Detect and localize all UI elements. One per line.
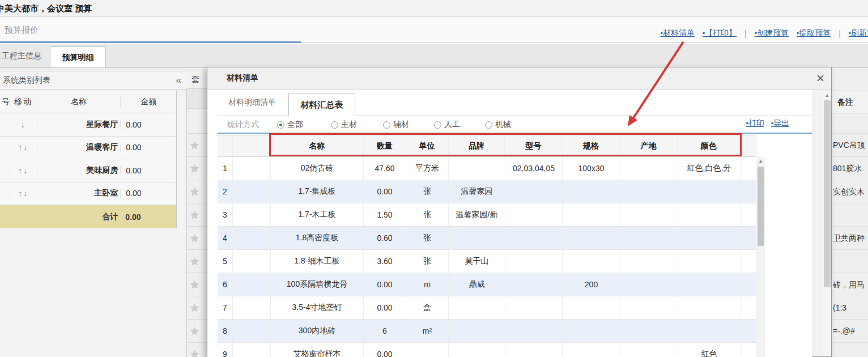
material-unit: 张 <box>406 227 449 249</box>
favorite-star-icon[interactable]: ★ <box>187 185 199 198</box>
material-unit: 张 <box>406 203 449 226</box>
material-model <box>505 273 563 296</box>
materials-table-header: 名称 数量 单位 品牌 型号 规格 产地 颜色 <box>218 135 756 157</box>
favorite-star-icon[interactable]: ★ <box>187 209 199 222</box>
row-blank-cell <box>233 203 271 226</box>
extract-budget-link[interactable]: •提取预算 <box>797 28 831 39</box>
material-row[interactable]: 5 1.8-细木工板 3.60 张 莫干山 <box>218 250 756 273</box>
material-name: 02仿古砖 <box>271 157 364 180</box>
close-icon[interactable]: × <box>816 70 824 87</box>
material-color <box>678 320 741 342</box>
tab-materials-detail[interactable]: 材料明细清单 <box>218 97 287 108</box>
category-row[interactable]: ↑↓ 温暖客厅 0.00 <box>0 137 176 160</box>
material-qty: 3.60 <box>364 250 406 273</box>
table-scrollbar[interactable]: ▲ <box>756 157 765 357</box>
radio-aux-material[interactable]: 辅材 <box>383 120 409 130</box>
material-qty: 0.00 <box>364 180 406 203</box>
print-link[interactable]: •【打印】 <box>703 28 737 39</box>
col-move: 移动 <box>10 97 37 107</box>
material-qty: 0.60 <box>364 227 406 249</box>
row-index: 8 <box>218 320 233 342</box>
modal-accent-line <box>218 133 812 134</box>
row-index: 7 <box>218 296 233 319</box>
scroll-up-icon[interactable]: ▲ <box>756 158 765 164</box>
modal-print-link[interactable]: •打印 <box>746 118 764 129</box>
system-category-panel: 系统类别列表 « 号 移动 名称 金额 ↓ 星际餐厅 0.00 <box>0 71 187 357</box>
material-color <box>678 250 741 273</box>
divider-line <box>301 42 868 42</box>
category-rows: ↓ 星际餐厅 0.00 ↑↓ 温暖客厅 0.00 ↑↓ <box>0 113 176 205</box>
material-name: 3.5-4寸地垄钉 <box>271 296 364 319</box>
remark-cell: PVC吊顶 <box>832 134 868 157</box>
move-arrows-icon[interactable]: ↑↓ <box>10 189 37 198</box>
scrollbar-thumb[interactable] <box>758 167 764 246</box>
material-row[interactable]: 6 100系隔墙横龙骨 0.00 m 鼎威 200 <box>218 273 756 296</box>
radio-machinery[interactable]: 机械 <box>485 120 511 130</box>
material-brand: 温馨家园 <box>449 180 505 203</box>
move-arrows-icon[interactable]: ↑↓ <box>10 143 37 152</box>
materials-list-link[interactable]: •材料清单 <box>661 28 695 39</box>
remarks-empty-row <box>832 113 868 134</box>
scrollbar-thumb[interactable] <box>824 100 831 287</box>
radio-icon <box>277 121 284 129</box>
material-name: 300内地砖 <box>271 320 364 342</box>
modal-scrollbar[interactable]: ▲ <box>823 91 831 356</box>
favorite-star-icon[interactable]: ★ <box>187 255 199 268</box>
category-name: 美味厨房 <box>37 165 121 176</box>
favorite-star-icon[interactable]: ★ <box>187 348 199 357</box>
favorite-star-icon[interactable]: ★ <box>187 325 199 338</box>
category-table-header: 号 移动 名称 金额 <box>0 91 176 113</box>
material-brand <box>449 227 505 249</box>
material-row[interactable]: 3 1.7-木工板 1.50 张 温馨家园/新 <box>218 203 756 227</box>
window-titlebar: 中美大都市，会议室 预算 <box>0 0 868 17</box>
material-brand <box>449 320 505 342</box>
material-name: 1.8-细木工板 <box>271 250 364 273</box>
category-row[interactable]: ↑↓ 美味厨房 0.00 <box>0 159 176 182</box>
material-qty: 47.60 <box>364 157 406 180</box>
create-budget-link[interactable]: •创建预算 <box>755 28 789 39</box>
material-model <box>505 203 563 226</box>
material-unit: 平方米 <box>406 157 449 180</box>
material-color <box>678 227 741 249</box>
tab-materials-summary[interactable]: 材料汇总表 <box>288 94 355 116</box>
favorite-star-icon[interactable]: ★ <box>187 139 199 152</box>
link-separator: | <box>744 29 747 38</box>
favorite-star-icon[interactable]: ★ <box>187 232 199 245</box>
collapse-panel-icon[interactable]: « <box>176 71 181 89</box>
remark-cell: 实创实木 <box>832 180 868 203</box>
category-row[interactable]: ↑↓ 主卧室 0.00 <box>0 182 176 206</box>
move-arrows-icon[interactable]: ↑↓ <box>10 166 37 175</box>
material-origin <box>620 296 678 319</box>
radio-main-material[interactable]: 主材 <box>331 120 357 130</box>
modal-export-link[interactable]: •导出 <box>771 118 789 129</box>
move-arrows-icon[interactable]: ↓ <box>10 120 37 129</box>
tab-budget-detail[interactable]: 预算明细 <box>50 46 106 68</box>
favorite-star-icon[interactable]: ★ <box>187 162 199 175</box>
favorite-star-icon[interactable]: ★ <box>187 301 199 314</box>
material-model <box>505 227 563 249</box>
tab-project-main-info[interactable]: 工程主信息 <box>0 51 50 61</box>
material-row[interactable]: 1 02仿古砖 47.60 平方米 02,03,04,05 100x30 红色,… <box>218 157 756 180</box>
material-row[interactable]: 4 1.8高密度板 0.60 张 <box>218 227 756 250</box>
radio-icon <box>383 121 390 129</box>
col-color: 颜色 <box>678 135 740 156</box>
col-unit: 单位 <box>406 135 449 156</box>
material-model <box>505 250 563 273</box>
favorite-star-icon[interactable]: ★ <box>187 278 199 291</box>
row-index: 3 <box>218 203 233 226</box>
material-row[interactable]: 2 1.7-集成板 0.00 张 温馨家园 <box>218 180 756 203</box>
material-brand <box>449 157 505 180</box>
material-row[interactable]: 7 3.5-4寸地垄钉 0.00 盒 <box>218 296 756 320</box>
system-category-panel-header: 系统类别列表 « <box>0 71 187 90</box>
scroll-up-icon[interactable]: ▲ <box>823 92 831 98</box>
refresh-quota-link[interactable]: •刷新定额 <box>849 28 868 39</box>
material-row[interactable]: 9 艾格窗帘样本 0.00 红色 <box>218 343 756 357</box>
radio-labor[interactable]: 人工 <box>434 120 460 130</box>
material-row[interactable]: 8 300内地砖 6 m² <box>218 320 756 343</box>
category-row[interactable]: ↓ 星际餐厅 0.00 <box>0 113 176 137</box>
material-qty: 6 <box>364 320 406 342</box>
radio-all[interactable]: 全部 <box>277 120 303 130</box>
col-spec: 规格 <box>562 135 620 156</box>
main-tabbar: 工程主信息 预算明细 <box>0 44 868 68</box>
remark-cell: =-.@# <box>832 320 868 343</box>
